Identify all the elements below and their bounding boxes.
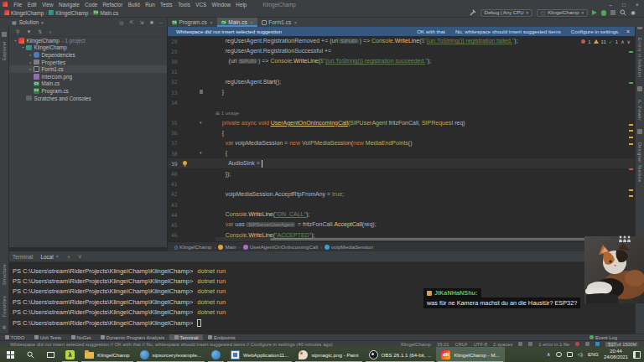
volume-icon[interactable]: ◁) bbox=[578, 352, 583, 358]
tree-chevron-icon[interactable]: ▾ bbox=[13, 39, 18, 43]
breadcrumb-item[interactable]: C#Main.cs bbox=[93, 10, 118, 16]
notification-action[interactable]: OK with that bbox=[417, 28, 445, 34]
tool-label-favorites[interactable]: Favorites bbox=[2, 296, 7, 317]
filter-icon[interactable]: ▼ bbox=[26, 29, 31, 34]
new-terminal-icon[interactable]: ＋ bbox=[65, 254, 71, 260]
settings-gear-icon[interactable]: ✱ bbox=[631, 10, 636, 16]
intention-bulb-icon[interactable] bbox=[183, 161, 187, 165]
tool-label-structure[interactable]: Structure bbox=[2, 264, 7, 285]
fold-chevron-icon[interactable]: ▾ bbox=[200, 150, 202, 155]
close-icon[interactable]: × bbox=[56, 254, 60, 259]
code-line-41[interactable]: 41 bbox=[168, 179, 635, 189]
tree-chevron-icon[interactable]: ▸ bbox=[28, 67, 34, 71]
fold-chevron-icon[interactable]: ▾ bbox=[200, 120, 202, 125]
memory-indicator[interactable]: 517 of 1500M bbox=[605, 342, 639, 347]
tab-close-icon[interactable]: × bbox=[250, 20, 253, 25]
tab-main-cs[interactable]: C#Main.cs× bbox=[217, 18, 257, 27]
tool-button-endpoints[interactable]: Endpoints bbox=[203, 334, 240, 340]
error-stripe[interactable] bbox=[628, 36, 634, 241]
taskbar-app-sipmagic-png-paint[interactable]: sipmagic.png - Paint bbox=[293, 347, 363, 362]
build-hammer-icon[interactable] bbox=[470, 9, 476, 16]
notification-action[interactable]: No, whitespace should insert suggested i… bbox=[455, 28, 561, 34]
run-button[interactable] bbox=[592, 10, 597, 15]
tool-label-il-viewer[interactable]: IL Viewer bbox=[637, 100, 642, 121]
taskbar-app-klingelchamp[interactable]: KlingelChamp bbox=[80, 347, 135, 362]
tree-item-properties[interactable]: ▸Properties bbox=[9, 59, 167, 66]
expand-all-icon[interactable]: ⇲ bbox=[139, 20, 143, 25]
tree-item-main-cs[interactable]: C#Main.cs bbox=[9, 80, 167, 88]
editor-breadcrumb-item[interactable]: voipMediaSession bbox=[325, 244, 373, 250]
code-line-34[interactable]: 34 bbox=[168, 97, 635, 107]
code-line-28[interactable]: 28 regUserAgent.RegistrationRemoved += (… bbox=[168, 36, 635, 46]
lock-icon[interactable] bbox=[518, 342, 522, 346]
usages-annotation[interactable]: ⊞ 1 usage bbox=[216, 110, 239, 116]
tool-label-explorer[interactable]: Explorer bbox=[2, 41, 7, 60]
chevron-down-icon[interactable]: ▾ bbox=[41, 20, 44, 25]
terminal-dropdown-icon[interactable]: ˅ bbox=[78, 254, 81, 260]
menu-item-navigate[interactable]: Navigate bbox=[56, 2, 82, 8]
code-line-38[interactable]: 38▾ { bbox=[168, 148, 635, 158]
menu-item-help[interactable]: Help bbox=[233, 2, 249, 8]
code-line-42[interactable]: 42 voipMediaSession.AcceptRtpFromAny = t… bbox=[168, 189, 635, 199]
close-button[interactable]: × bbox=[631, 2, 644, 8]
menu-item-refactor[interactable]: Refactor bbox=[100, 2, 125, 8]
minimize-button[interactable]: – bbox=[604, 2, 617, 8]
taskbar-app-klingelchamp-m-[interactable]: dRKlingelChamp - M... bbox=[436, 347, 504, 362]
prev-issue-icon[interactable]: ∧ bbox=[621, 39, 624, 44]
solution-header-label[interactable]: Solution bbox=[19, 19, 39, 25]
taskbar-search-button[interactable] bbox=[20, 347, 40, 362]
code-line-45[interactable]: 45 var uas:SIPServerUserAgent = fritzFon… bbox=[168, 220, 635, 230]
status-segment[interactable]: CRLF bbox=[455, 342, 468, 347]
scrollbar-thumb[interactable] bbox=[270, 238, 622, 240]
tool-label-errors-in-solution[interactable]: Errors in Solution bbox=[637, 38, 642, 78]
bell-icon[interactable] bbox=[528, 342, 532, 346]
breadcrumb-item[interactable]: KlingelChamp bbox=[49, 10, 88, 16]
menu-item-build[interactable]: Build bbox=[126, 2, 143, 8]
editor-breadcrumb-item[interactable]: UserAgentOnOnIncomingCall bbox=[243, 244, 319, 250]
tab-program-cs[interactable]: C#Program.cs× bbox=[168, 18, 217, 27]
code-line-43[interactable]: 43 bbox=[168, 199, 635, 209]
collapse-all-icon[interactable]: ⇱ bbox=[129, 20, 133, 25]
resharper-icon[interactable] bbox=[585, 342, 589, 346]
code-line-30[interactable]: 30 (uriSIPURI) => Console.WriteLine($"{u… bbox=[168, 56, 635, 66]
filter-icon[interactable] bbox=[595, 342, 600, 346]
display-icon[interactable] bbox=[567, 352, 573, 357]
tree-item-program-cs[interactable]: C#Program.cs bbox=[9, 87, 167, 95]
tree-item-form1-cs[interactable]: ▸Form1.cs bbox=[9, 65, 167, 73]
menu-item-vcs[interactable]: VCS bbox=[193, 2, 209, 8]
horizontal-scrollbar[interactable] bbox=[216, 237, 630, 241]
menu-item-code[interactable]: Code bbox=[82, 2, 100, 8]
code-line-39[interactable]: 39 AudioSink = bbox=[168, 158, 635, 168]
stripe-config-icon[interactable]: ✲ bbox=[2, 321, 6, 334]
tool-button-terminal[interactable]: Terminal bbox=[169, 334, 203, 340]
tree-chevron-icon[interactable]: ▸ bbox=[28, 53, 34, 57]
menu-item-tests[interactable]: Tests bbox=[158, 2, 175, 8]
code-line-31[interactable]: 31 bbox=[168, 67, 635, 77]
menu-item-edit[interactable]: Edit bbox=[25, 2, 39, 8]
code-line-36[interactable]: 36 { bbox=[168, 128, 635, 138]
search-icon[interactable] bbox=[620, 9, 626, 16]
code-line-35[interactable]: 35▾ private async void UserAgentOnOnInco… bbox=[168, 118, 635, 128]
code-line-29[interactable]: 29 regUserAgent.RegistrationSuccessful +… bbox=[168, 46, 635, 56]
debug-button[interactable] bbox=[601, 10, 606, 16]
tab-form1-cs[interactable]: Form1.cs× bbox=[257, 18, 302, 27]
task-view-button[interactable] bbox=[40, 347, 60, 362]
code-line-32[interactable]: 32 regUserAgent.Start(); bbox=[168, 77, 635, 87]
inspection-widget[interactable]: 1 11 ✓ 1 ∧ ∨ bbox=[579, 38, 633, 45]
tool-button-todo[interactable]: TODO bbox=[0, 334, 29, 340]
menu-item-view[interactable]: View bbox=[39, 2, 56, 8]
taskbar-app-sipsorcery-example-[interactable]: sipsorcery/example... bbox=[135, 347, 206, 362]
breadcrumb-item[interactable]: KlingelChamp bbox=[4, 10, 44, 16]
taskbar-app-webapplication11-[interactable]: WebApplication11... bbox=[226, 347, 293, 362]
tray-clock[interactable]: 20:44 24/08/2021 bbox=[604, 349, 628, 359]
debug-config-selector[interactable]: Debug | Any CPU▾ bbox=[480, 9, 532, 17]
stop-button[interactable] bbox=[610, 10, 615, 15]
status-segment[interactable]: 39:21 bbox=[437, 342, 449, 347]
action-center-icon[interactable] bbox=[633, 351, 641, 359]
error-summary[interactable]: 1 error in 1 file bbox=[538, 342, 569, 347]
run-config-selector[interactable]: ⬡KlingelChamp▾ bbox=[537, 9, 588, 17]
menu-item-file[interactable]: File bbox=[11, 2, 25, 8]
tree-options-icon[interactable]: ⚲ bbox=[16, 29, 19, 34]
tree-item-klingelchamp[interactable]: ▾KlingelChamp- 1 project bbox=[9, 37, 167, 44]
status-segment[interactable]: UTF-8 bbox=[474, 342, 487, 347]
